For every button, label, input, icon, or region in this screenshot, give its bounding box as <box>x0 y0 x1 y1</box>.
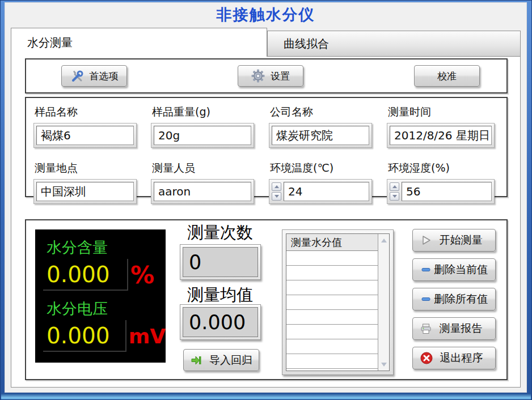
moisture-voltage-value: 0.000 <box>43 320 126 352</box>
titlebar: 非接触水分仪 <box>5 3 526 27</box>
page-title: 非接触水分仪 <box>217 5 315 25</box>
start-measurement-button[interactable]: 开始测量 <box>412 229 496 252</box>
measure-average-label: 测量均值 <box>176 284 264 307</box>
tools-icon <box>70 69 84 83</box>
start-measurement-label: 开始测量 <box>432 233 489 248</box>
exit-program-button[interactable]: 退出程序 <box>412 347 496 369</box>
measure-count-label: 测量次数 <box>176 222 264 244</box>
moisture-content-label: 水分含量 <box>47 237 166 258</box>
company-name-input[interactable]: 煤炭研究院 <box>272 126 369 145</box>
moisture-content-value: 0.000 <box>43 259 128 291</box>
tab-curve-fitting[interactable]: 曲线拟合 <box>267 31 521 57</box>
list-scrollbar[interactable] <box>378 234 389 371</box>
list-header: 测量水分值 <box>286 234 378 251</box>
app-window: 非接触水分仪 水分测量 曲线拟合 <box>5 2 527 393</box>
list-item[interactable] <box>286 251 378 266</box>
tab-label: 水分测量 <box>27 35 73 50</box>
voltage-unit: mV <box>129 325 166 348</box>
spin-up-button[interactable] <box>272 182 281 191</box>
lcd-display: 水分含量 0.000 % 水分电压 0.000 mV <box>35 229 166 363</box>
list-item[interactable] <box>286 310 378 325</box>
import-regression-label: 导入回归 <box>209 353 252 368</box>
spin-down-button[interactable] <box>272 192 281 201</box>
field-label: 环境湿度(%) <box>388 161 506 176</box>
calibrate-label: 校准 <box>437 70 457 83</box>
minus-icon <box>420 263 432 276</box>
temperature-stepper <box>272 182 281 201</box>
field-label: 样品重量(g) <box>152 105 269 120</box>
measure-time-input[interactable]: 2012/8/26 星期日 <box>390 126 492 145</box>
exit-x-icon <box>420 351 433 365</box>
window-frame: 非接触水分仪 水分测量 曲线拟合 <box>0 0 532 400</box>
delete-current-value-label: 删除当前值 <box>432 262 489 277</box>
tab-page-moisture: 首选项 <box>11 56 521 388</box>
sample-weight-input[interactable]: 20g <box>154 126 251 145</box>
triangle-down-icon <box>381 363 387 367</box>
measure-count-indicator: 0 <box>180 244 261 280</box>
measurement-report-label: 测量报告 <box>432 321 489 336</box>
field-label: 测量时间 <box>388 105 506 120</box>
field-measure-person: 测量人员 aaron <box>151 161 269 204</box>
toolbar-group: 首选项 <box>25 58 508 93</box>
list-item[interactable] <box>286 295 378 310</box>
field-sample-name: 样品名称 褐煤6 <box>33 105 151 148</box>
settings-label: 设置 <box>271 70 290 83</box>
import-regression-button[interactable]: 导入回归 <box>183 349 259 371</box>
measure-count-value: 0 <box>183 247 258 277</box>
printer-icon <box>420 322 432 335</box>
delete-current-value-button[interactable]: 删除当前值 <box>412 258 496 281</box>
ambient-humidity-input[interactable]: 56 <box>402 182 492 201</box>
list-item[interactable] <box>286 354 378 369</box>
play-icon <box>420 234 432 246</box>
delete-all-values-label: 删除所有值 <box>432 292 489 307</box>
field-ambient-temperature: 环境温度(℃) 24 <box>269 161 387 204</box>
triangle-down-icon <box>392 195 397 198</box>
moisture-unit: % <box>130 261 154 289</box>
list-item[interactable] <box>286 325 378 339</box>
field-measure-location: 测量地点 中国深圳 <box>33 161 151 204</box>
list-item[interactable] <box>286 280 378 295</box>
settings-button[interactable]: 设置 <box>238 65 303 87</box>
field-label: 测量地点 <box>35 161 151 176</box>
window-frame-bottom <box>1 393 531 399</box>
triangle-up-icon <box>381 239 387 242</box>
triangle-up-icon <box>275 185 279 188</box>
moisture-values-listbox: 测量水分值 <box>282 229 394 375</box>
spin-up-button[interactable] <box>390 182 399 191</box>
triangle-up-icon <box>392 185 397 188</box>
measure-location-input[interactable]: 中国深圳 <box>36 182 134 201</box>
exit-program-label: 退出程序 <box>433 351 489 365</box>
spin-down-button[interactable] <box>390 192 399 201</box>
field-sample-weight: 样品重量(g) 20g <box>151 105 269 148</box>
measurement-report-button[interactable]: 测量报告 <box>412 317 496 340</box>
measure-average-value: 0.000 <box>183 307 258 337</box>
tab-moisture-measurement[interactable]: 水分测量 <box>11 28 267 57</box>
sample-name-input[interactable]: 褐煤6 <box>36 126 134 145</box>
scroll-down-button[interactable] <box>378 359 389 369</box>
moisture-values-list[interactable]: 测量水分值 <box>286 233 390 371</box>
field-label: 测量人员 <box>152 161 269 176</box>
delete-all-values-button[interactable]: 删除所有值 <box>412 288 496 310</box>
moisture-voltage-label: 水分电压 <box>47 299 166 319</box>
field-label: 环境温度(℃) <box>270 161 387 176</box>
sample-form: 样品名称 褐煤6 样品重量(g) 20g 公司名称 煤炭研究院 测量时间 201… <box>26 98 506 204</box>
tab-label: 曲线拟合 <box>284 36 329 52</box>
ambient-temperature-input[interactable]: 24 <box>284 182 369 201</box>
triangle-down-icon <box>275 195 279 198</box>
field-company-name: 公司名称 煤炭研究院 <box>269 105 387 148</box>
import-arrow-icon <box>190 354 202 367</box>
list-item[interactable] <box>286 266 378 280</box>
scroll-up-button[interactable] <box>378 235 389 245</box>
calibrate-button[interactable]: 校准 <box>414 65 480 87</box>
field-measure-time: 测量时间 2012/8/26 星期日 <box>387 105 506 148</box>
minus-icon <box>420 293 432 305</box>
preferences-label: 首选项 <box>90 70 119 83</box>
list-item[interactable] <box>286 339 378 354</box>
preferences-button[interactable]: 首选项 <box>61 65 127 87</box>
measure-person-input[interactable]: aaron <box>154 182 251 201</box>
tab-bar: 水分测量 曲线拟合 <box>11 28 521 57</box>
measure-average-indicator: 0.000 <box>180 304 261 340</box>
field-ambient-humidity: 环境湿度(%) 56 <box>387 161 506 204</box>
measurement-group: 水分含量 0.000 % 水分电压 0.000 mV 测量次数 0 测量均值 <box>25 219 508 380</box>
sample-info-group: 样品名称 褐煤6 样品重量(g) 20g 公司名称 煤炭研究院 测量时间 201… <box>25 97 508 197</box>
